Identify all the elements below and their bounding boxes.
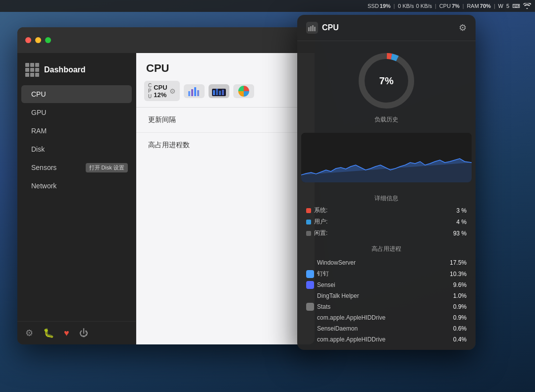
svg-rect-0 — [188, 91, 190, 96]
process-windowserver: WindowServer 17.5% — [306, 257, 467, 268]
maximize-button[interactable] — [45, 37, 51, 43]
update-interval-label: 更新间隔 — [148, 115, 176, 124]
dingtalk-name: 钉钉 — [317, 270, 329, 278]
process-sensei: Sensei 9.6% — [306, 280, 467, 290]
menubar-keyboard-icon: ⌨ — [512, 3, 520, 9]
settings-icon[interactable]: ⚙ — [25, 328, 33, 338]
sidebar-header: Dashboard — [17, 53, 136, 83]
senseidaemon-icon — [306, 325, 314, 333]
sidebar: Dashboard CPU GPU RAM Disk Sensors 打开 Di… — [17, 53, 136, 344]
panel-tabs: CPU CPU12% ⚙ — [136, 81, 315, 107]
app-window: Dashboard CPU GPU RAM Disk Sensors 打开 Di… — [17, 27, 315, 344]
bug-icon[interactable]: 🐛 — [43, 328, 54, 338]
svg-rect-2 — [194, 87, 196, 96]
dingtalk-helper-icon — [306, 292, 314, 300]
detail-idle: 闲置: 93 % — [306, 227, 467, 239]
svg-rect-7 — [219, 91, 221, 95]
sensors-badge[interactable]: 打开 Disk 设置 — [86, 163, 128, 172]
apple-hid-2-name: com.apple.AppleHIDDrive — [317, 336, 385, 343]
minimize-button[interactable] — [35, 37, 41, 43]
process-dingtalk-helper: DingTalk Helper 1.0% — [306, 290, 467, 301]
system-value: 3 % — [456, 207, 467, 214]
title-bar — [17, 27, 315, 53]
history-svg — [301, 133, 472, 182]
idle-value: 93 % — [453, 230, 467, 237]
sidebar-item-gpu[interactable]: GPU — [21, 104, 132, 121]
sensei-icon — [306, 281, 314, 289]
close-button[interactable] — [25, 37, 31, 43]
windowserver-icon — [306, 259, 314, 267]
cpu-nav-label: CPU — [31, 90, 46, 98]
heart-icon[interactable]: ♥ — [64, 328, 69, 338]
power-icon[interactable]: ⏻ — [79, 328, 88, 338]
senseidaemon-value: 0.6% — [453, 325, 467, 332]
svg-rect-12 — [312, 25, 314, 31]
svg-rect-5 — [213, 90, 215, 95]
sidebar-item-ram[interactable]: RAM — [21, 122, 132, 140]
menubar-cpu: CPU 7% — [439, 3, 460, 9]
setting-top-processes: 高占用进程数 — [136, 133, 315, 158]
cpu-tab-sublabel: CPU — [148, 83, 152, 99]
process-senseidaemon: SenseiDaemon 0.6% — [306, 323, 467, 334]
gpu-nav-label: GPU — [31, 109, 46, 116]
bar-chart-icon — [187, 86, 201, 96]
sidebar-item-network[interactable]: Network — [21, 177, 132, 195]
top-processes-label: 高占用进程数 — [148, 141, 190, 150]
svg-rect-11 — [310, 26, 312, 31]
pie-chart-icon — [238, 85, 250, 97]
detail-user: 用户: 4 % — [306, 216, 467, 227]
sidebar-title: Dashboard — [44, 65, 86, 74]
pie-chart-tab[interactable] — [233, 84, 254, 98]
stats-name: Stats — [317, 303, 330, 310]
cpu-tab-gear-icon[interactable]: ⚙ — [169, 87, 176, 95]
system-dot — [306, 208, 311, 213]
menubar: SSD 19% | 0 KB/s 0 KB/s | CPU 7% | RAM 7… — [0, 0, 535, 12]
sidebar-item-sensors[interactable]: Sensors 打开 Disk 设置 — [21, 159, 132, 176]
apple-hid-1-icon — [306, 314, 314, 322]
user-dot — [306, 220, 311, 224]
sidebar-item-disk[interactable]: Disk — [21, 140, 132, 158]
popup-header: CPU ⚙ — [297, 15, 476, 41]
donut-section: 7% 负载历史 — [297, 41, 476, 131]
sensors-nav-label: Sensors — [31, 164, 56, 171]
popup-title: CPU — [322, 23, 339, 32]
popup-gear-icon[interactable]: ⚙ — [459, 22, 467, 33]
ram-nav-label: RAM — [31, 127, 47, 135]
process-apple-hid-1: com.apple.AppleHIDDrive 0.9% — [306, 312, 467, 323]
svg-rect-13 — [314, 27, 316, 31]
history-chart — [301, 133, 472, 182]
processes-section: 高占用进程 WindowServer 17.5% 钉钉 10.3% Sensei… — [297, 242, 476, 350]
details-label: 详细信息 — [306, 194, 467, 203]
process-apple-hid-2: com.apple.AppleHIDDrive 0.4% — [306, 334, 467, 345]
dashboard-icon — [25, 63, 39, 77]
bar-mini-icon — [308, 24, 316, 31]
main-panel: CPU CPU CPU12% ⚙ — [136, 53, 315, 344]
popup-header-left: CPU — [306, 22, 339, 34]
idle-label: 闲置: — [314, 229, 327, 237]
bar-chart-tab[interactable] — [184, 84, 205, 98]
menubar-ram: RAM 70% — [467, 3, 490, 9]
disk-nav-label: Disk — [31, 145, 45, 153]
cpu-tab-label[interactable]: CPU CPU12% ⚙ — [144, 81, 180, 101]
svg-rect-6 — [216, 89, 218, 95]
dark-chart-icon — [212, 86, 226, 96]
dingtalk-helper-name: DingTalk Helper — [317, 292, 359, 299]
system-label: 系统: — [314, 206, 327, 215]
sidebar-item-cpu[interactable]: CPU — [21, 85, 132, 103]
dingtalk-value: 10.3% — [450, 271, 467, 278]
processes-header: 高占用进程 — [306, 245, 467, 253]
process-dingtalk: 钉钉 10.3% — [306, 268, 467, 280]
panel-title: CPU — [136, 53, 315, 81]
apple-hid-2-icon — [306, 336, 314, 343]
apple-hid-1-name: com.apple.AppleHIDDrive — [317, 314, 385, 321]
menubar-wifi-icon — [523, 3, 531, 9]
sidebar-footer: ⚙ 🐛 ♥ ⏻ — [17, 321, 136, 344]
menubar-badge: 5 — [506, 3, 509, 9]
cpu-percentage: 7% — [379, 75, 394, 87]
details-section: 详细信息 系统: 3 % 用户: 4 % 闲置: 93 % — [297, 184, 476, 242]
cpu-tab-value: CPU12% — [154, 84, 167, 99]
windowserver-name: WindowServer — [317, 259, 356, 266]
cpu-donut-chart: 7% — [357, 51, 416, 111]
dark-chart-tab[interactable] — [209, 84, 229, 98]
windowserver-value: 17.5% — [450, 259, 467, 266]
